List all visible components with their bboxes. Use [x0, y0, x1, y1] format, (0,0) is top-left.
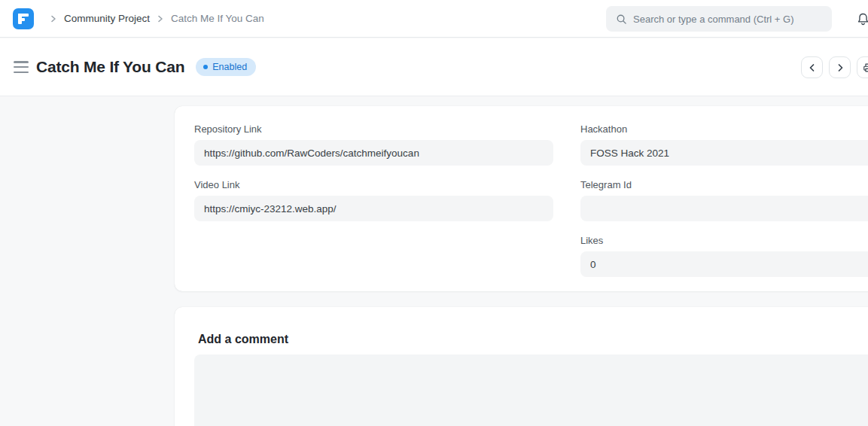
field-telegram-id: Telegram Id [580, 179, 868, 221]
previous-document-button[interactable] [801, 56, 823, 78]
status-badge-label: Enabled [212, 62, 247, 72]
page-header: Catch Me If You Can Enabled [0, 38, 868, 96]
header-actions [801, 56, 868, 78]
field-video-link: Video Link [194, 179, 553, 221]
notifications-button[interactable] [852, 8, 868, 29]
video-link-input[interactable] [194, 196, 553, 221]
field-likes: Likes [580, 235, 868, 277]
global-search-bar[interactable] [606, 6, 832, 32]
form-page-body: Repository Link Video Link Hackathon Tel [0, 96, 868, 426]
form-column-right: Hackathon Telegram Id Likes [580, 123, 868, 277]
app-viewport: Community Project Catch Me If You Can Ca… [0, 0, 868, 426]
field-label: Likes [580, 235, 868, 246]
sidebar-toggle-button[interactable] [14, 61, 29, 73]
chevron-right-icon [836, 63, 845, 72]
chevron-right-icon [43, 15, 64, 23]
telegram-id-input[interactable] [580, 196, 868, 221]
breadcrumb-item-current: Catch Me If You Can [171, 13, 264, 24]
form-section-card: Repository Link Video Link Hackathon Tel [175, 106, 868, 291]
field-label: Repository Link [194, 123, 553, 135]
field-repository-link: Repository Link [194, 123, 553, 166]
hackathon-input[interactable] [580, 140, 868, 166]
chevron-right-icon [150, 15, 171, 23]
status-badge: Enabled [196, 58, 256, 76]
search-icon [616, 14, 627, 25]
menu-icon [14, 61, 29, 63]
field-label: Telegram Id [580, 179, 868, 190]
chevron-left-icon [808, 63, 817, 72]
print-button[interactable] [857, 56, 868, 78]
breadcrumb-item-community-project[interactable]: Community Project [64, 13, 150, 24]
repository-link-input[interactable] [194, 140, 553, 166]
status-dot-icon [203, 65, 208, 69]
next-document-button[interactable] [829, 56, 851, 78]
bell-icon [856, 12, 868, 26]
field-label: Video Link [194, 179, 553, 190]
breadcrumb: Community Project Catch Me If You Can [43, 13, 264, 24]
likes-input[interactable] [580, 251, 868, 277]
comment-input[interactable] [194, 354, 868, 426]
form-column-left: Repository Link Video Link [194, 123, 553, 221]
top-navbar: Community Project Catch Me If You Can [0, 0, 868, 38]
add-comment-heading: Add a comment [194, 333, 868, 346]
search-input[interactable] [633, 14, 825, 25]
field-hackathon: Hackathon [580, 123, 868, 166]
printer-icon [863, 62, 868, 73]
frappe-logo-icon[interactable] [13, 8, 34, 29]
comments-section-card: Add a comment [175, 307, 868, 426]
page-title: Catch Me If You Can [36, 58, 184, 76]
field-label: Hackathon [580, 123, 868, 135]
